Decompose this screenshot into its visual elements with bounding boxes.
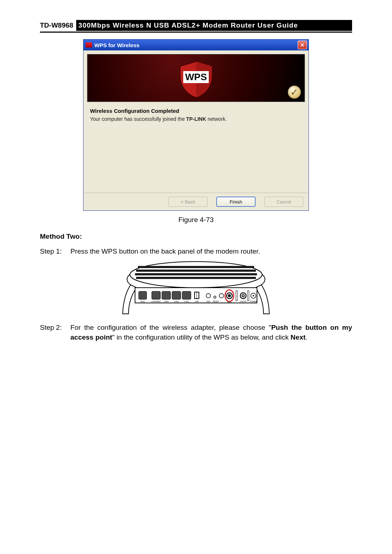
svg-rect-13: [182, 291, 191, 299]
svg-rect-10: [152, 291, 160, 299]
cancel-button[interactable]: Cancel: [264, 197, 303, 207]
svg-rect-7: [136, 277, 256, 279]
wps-app-icon: [86, 42, 92, 48]
svg-rect-9: [139, 291, 147, 299]
svg-text:WPS: WPS: [185, 71, 207, 82]
wps-dialog: WPS for Wireless ✕ WPS ✓: [83, 39, 309, 211]
step-text: Press the WPS button on the back panel o…: [70, 246, 352, 257]
wps-shield-icon: WPS: [176, 59, 216, 99]
dialog-title: WPS for Wireless: [94, 42, 139, 48]
svg-point-27: [253, 295, 254, 296]
svg-text:LAN4/WAN: LAN4/WAN: [151, 300, 161, 303]
dialog-titlebar: WPS for Wireless ✕: [83, 40, 309, 50]
svg-rect-12: [172, 291, 181, 299]
svg-rect-6: [135, 273, 257, 275]
dialog-body: Wireless Configuration Completed Your co…: [83, 106, 309, 193]
svg-rect-11: [162, 291, 171, 299]
dialog-message: Your computer has successfully joined th…: [90, 116, 302, 122]
svg-text:RESET: RESET: [213, 300, 219, 303]
svg-text:LAN1: LAN1: [184, 300, 189, 303]
svg-text:ON/OFF: ON/OFF: [240, 300, 247, 303]
svg-point-21: [228, 294, 231, 297]
header-title: 300Mbps Wireless N USB ADSL2+ Modem Rout…: [76, 20, 352, 31]
svg-text:WiFi: WiFi: [207, 300, 210, 303]
svg-rect-5: [136, 270, 256, 272]
success-check-icon: ✓: [288, 86, 301, 99]
svg-point-23: [240, 293, 246, 299]
router-back-panel-illustration: ADSL LAN4/WAN LAN3 LAN2 LAN1 USB WiFi RE…: [116, 259, 276, 319]
method-two-heading: Method Two:: [40, 233, 352, 241]
svg-point-16: [206, 294, 211, 298]
finish-button[interactable]: Finish: [216, 197, 256, 207]
svg-text:USB: USB: [195, 300, 199, 303]
figure-caption: Figure 4-73: [40, 216, 352, 224]
close-icon[interactable]: ✕: [298, 41, 307, 49]
step-2: Step 2: For the configuration of the wir…: [40, 323, 352, 342]
back-button[interactable]: < Back: [168, 197, 208, 207]
dialog-heading: Wireless Configuration Completed: [90, 108, 302, 114]
svg-text:POWER: POWER: [250, 300, 257, 303]
svg-text:ADSL: ADSL: [140, 300, 145, 303]
svg-rect-4: [138, 266, 254, 268]
dialog-footer: < Back Finish Cancel: [83, 193, 309, 210]
svg-text:LAN2: LAN2: [174, 300, 179, 303]
step-label: Step 2:: [40, 323, 70, 342]
svg-text:WPS: WPS: [227, 301, 232, 303]
svg-point-18: [219, 294, 224, 298]
step-1: Step 1: Press the WPS button on the back…: [40, 246, 352, 257]
svg-point-17: [214, 296, 216, 298]
page-header: TD-W8968 300Mbps Wireless N USB ADSL2+ M…: [40, 20, 352, 33]
dialog-banner: WPS ✓: [83, 50, 309, 106]
step-text: For the configuration of the wireless ad…: [70, 323, 352, 342]
svg-text:LAN3: LAN3: [164, 300, 169, 303]
step-label: Step 1:: [40, 246, 70, 257]
header-model: TD-W8968: [40, 20, 76, 31]
